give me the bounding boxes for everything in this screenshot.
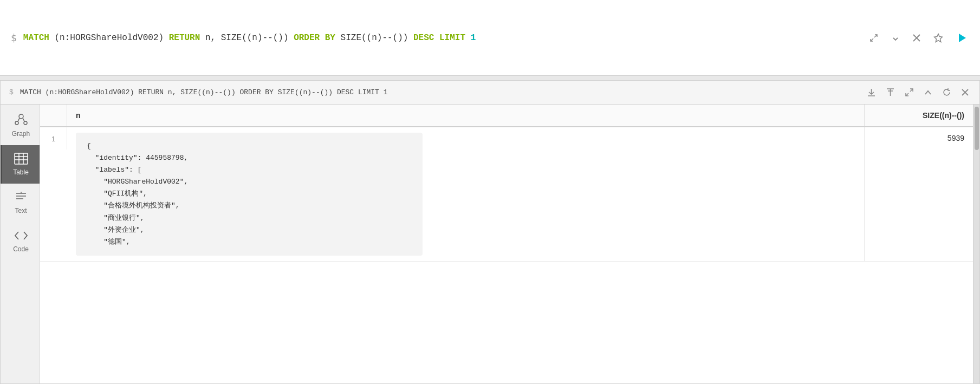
graph-icon xyxy=(14,112,28,128)
results-header: $ MATCH (n:HORGShareHoldV002) RETURN n, … xyxy=(1,81,979,105)
text-tab-label: Text xyxy=(15,207,27,214)
query-number: 1 xyxy=(471,33,476,43)
scroll-up-button[interactable] xyxy=(922,87,934,99)
text-icon xyxy=(15,191,28,205)
svg-line-19 xyxy=(23,118,24,121)
table-row: 1 { "identity": 445958798, "labels": [ "… xyxy=(40,127,973,262)
row-number-1: 1 xyxy=(40,127,67,149)
json-comma-7: , xyxy=(126,238,131,246)
table-header: n SIZE((n)--()) xyxy=(40,105,973,127)
keyword-return: RETURN xyxy=(169,33,200,43)
sidebar-tabs: Graph Table xyxy=(1,105,40,383)
svg-line-18 xyxy=(18,118,20,121)
json-comma-2: , xyxy=(184,178,188,186)
top-bar-actions xyxy=(867,30,969,45)
json-label-6: "德国" xyxy=(87,238,126,246)
fullscreen-button[interactable] xyxy=(903,86,916,99)
json-label-1: "HORGShareHoldV002" xyxy=(87,178,184,186)
col-size-header: SIZE((n)--()) xyxy=(865,105,973,126)
keyword-order: ORDER BY xyxy=(294,33,335,43)
col-n-header: n xyxy=(67,105,865,126)
json-comma-5: , xyxy=(140,214,145,222)
code-icon xyxy=(14,230,28,243)
results-body: Graph Table xyxy=(1,105,979,383)
scrollbar-track[interactable] xyxy=(973,105,979,383)
results-panel: $ MATCH (n:HORGShareHoldV002) RETURN n, … xyxy=(0,80,980,384)
svg-marker-5 xyxy=(959,34,966,42)
json-brace-open: { xyxy=(87,142,91,150)
svg-point-15 xyxy=(19,114,23,119)
results-header-actions xyxy=(865,86,971,99)
json-comma-1: , xyxy=(184,154,188,162)
json-identity-val: 445958798 xyxy=(146,154,184,162)
json-label-3: "合格境外机构投资者" xyxy=(87,201,176,210)
json-comma-6: , xyxy=(140,226,145,234)
expand-button[interactable] xyxy=(867,31,880,44)
svg-marker-4 xyxy=(934,34,943,42)
download-button[interactable] xyxy=(865,86,878,99)
pin-button[interactable] xyxy=(884,86,897,99)
close-top-button[interactable] xyxy=(911,32,923,44)
cell-n-1: { "identity": 445958798, "labels": [ "HO… xyxy=(67,127,865,261)
svg-rect-20 xyxy=(15,153,28,164)
code-tab-label: Code xyxy=(13,245,29,253)
keyword-match: MATCH xyxy=(23,33,49,43)
sidebar-item-text[interactable]: Text xyxy=(1,184,40,222)
graph-tab-label: Graph xyxy=(12,130,30,138)
results-header-query: MATCH (n:HORGShareHoldV002) RETURN n, SI… xyxy=(20,88,861,96)
json-comma-3: , xyxy=(143,190,147,198)
star-button[interactable] xyxy=(931,31,945,45)
query-plain-2: n, SIZE((n)--()) xyxy=(205,33,294,43)
json-label-4: "商业银行" xyxy=(87,214,140,222)
cell-size-1: 5939 xyxy=(865,127,973,149)
json-label-2: "QFII机构" xyxy=(87,190,143,198)
svg-point-17 xyxy=(24,121,27,125)
close-results-button[interactable] xyxy=(959,87,971,98)
scrollbar-thumb[interactable] xyxy=(975,107,979,150)
results-dollar: $ xyxy=(9,88,14,96)
table-tab-label: Table xyxy=(13,168,29,176)
svg-point-16 xyxy=(15,121,18,125)
run-button[interactable] xyxy=(954,30,969,45)
json-content: { "identity": 445958798, "labels": [ "HO… xyxy=(76,133,423,256)
table-content: n SIZE((n)--()) 1 { "identity": 44595879… xyxy=(40,105,973,383)
top-query-bar: $ MATCH (n:HORGShareHoldV002) RETURN n, … xyxy=(0,0,980,76)
top-query-text: MATCH (n:HORGShareHoldV002) RETURN n, SI… xyxy=(23,33,856,43)
row-num-header xyxy=(40,105,67,126)
dollar-sign: $ xyxy=(11,32,17,43)
json-labels-key: "labels": [ xyxy=(87,166,141,174)
query-plain-3: SIZE((n)--()) xyxy=(341,33,413,43)
sidebar-item-code[interactable]: Code xyxy=(1,222,40,261)
json-comma-4: , xyxy=(176,201,180,210)
query-plain-1: (n:HORGShareHoldV002) xyxy=(54,33,168,43)
json-label-5: "外资企业" xyxy=(87,226,140,234)
table-icon xyxy=(14,153,28,166)
keyword-desc: DESC xyxy=(413,33,434,43)
sidebar-item-table[interactable]: Table xyxy=(1,145,40,184)
refresh-button[interactable] xyxy=(940,86,953,99)
keyword-limit: LIMIT xyxy=(439,33,465,43)
json-identity-key: "identity": xyxy=(87,154,146,162)
sidebar-item-graph[interactable]: Graph xyxy=(1,105,40,145)
collapse-button[interactable] xyxy=(889,31,902,44)
